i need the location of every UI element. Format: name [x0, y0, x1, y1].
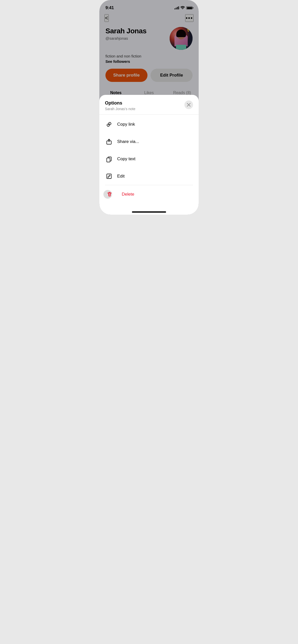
bottom-sheet: Options Sarah Jonas's note Copy link [99, 95, 199, 215]
link-icon [105, 120, 113, 128]
copy-link-label: Copy link [117, 122, 135, 127]
close-icon [187, 103, 191, 107]
share-via-option[interactable]: Share via... [99, 133, 199, 150]
delete-option[interactable]: Delete [99, 185, 199, 203]
sheet-close-button[interactable] [184, 100, 193, 109]
trash-icon [105, 190, 114, 198]
share-icon [105, 138, 113, 146]
edit-icon [105, 172, 113, 180]
copy-text-option[interactable]: Copy text [99, 150, 199, 168]
sheet-title: Options [105, 100, 184, 106]
share-via-label: Share via... [117, 139, 139, 144]
sheet-title-group: Options Sarah Jonas's note [105, 100, 184, 111]
home-indicator [132, 211, 166, 213]
edit-option[interactable]: Edit [99, 168, 199, 185]
sheet-header: Options Sarah Jonas's note [99, 95, 199, 115]
copy-text-label: Copy text [117, 156, 136, 162]
svg-rect-3 [107, 174, 111, 179]
svg-rect-2 [107, 158, 110, 162]
copy-icon [105, 155, 113, 163]
edit-label: Edit [117, 174, 125, 179]
delete-label: Delete [122, 192, 134, 197]
copy-link-option[interactable]: Copy link [99, 116, 199, 133]
sheet-subtitle: Sarah Jonas's note [105, 107, 184, 111]
sheet-options: Copy link Share via... [99, 115, 199, 204]
